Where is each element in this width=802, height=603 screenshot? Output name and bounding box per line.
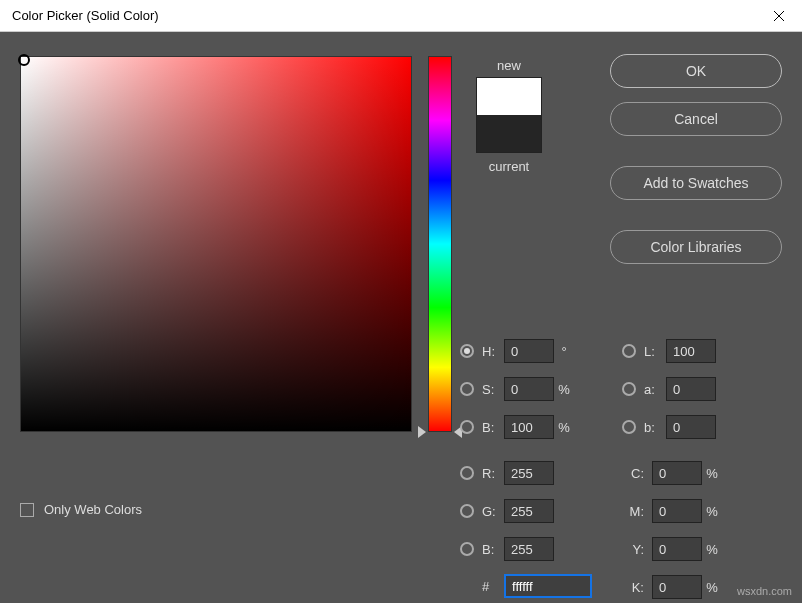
m-unit: %	[702, 504, 722, 519]
web-colors-label: Only Web Colors	[44, 502, 142, 517]
cancel-button[interactable]: Cancel	[610, 102, 782, 136]
current-color-swatch[interactable]	[477, 115, 541, 152]
b-rgb-label: B:	[482, 542, 504, 557]
close-button[interactable]	[756, 0, 802, 32]
k-label: K:	[622, 580, 644, 595]
y-unit: %	[702, 542, 722, 557]
k-unit: %	[702, 580, 722, 595]
l-label: L:	[644, 344, 666, 359]
color-libraries-button[interactable]: Color Libraries	[610, 230, 782, 264]
color-field[interactable]	[20, 56, 412, 432]
s-unit: %	[554, 382, 574, 397]
m-label: M:	[622, 504, 644, 519]
c-unit: %	[702, 466, 722, 481]
g-radio[interactable]	[460, 504, 474, 518]
add-to-swatches-button[interactable]: Add to Swatches	[610, 166, 782, 200]
b-lab-label: b:	[644, 420, 666, 435]
window-title: Color Picker (Solid Color)	[12, 8, 159, 23]
b-lab-input[interactable]	[666, 415, 716, 439]
h-input[interactable]	[504, 339, 554, 363]
y-label: Y:	[622, 542, 644, 557]
new-label: new	[497, 58, 521, 73]
hue-indicator-icon	[418, 426, 462, 438]
g-input[interactable]	[504, 499, 554, 523]
k-input[interactable]	[652, 575, 702, 599]
dialog-content: new current OK Cancel Add to Swatches Co…	[0, 32, 802, 452]
b-rgb-input[interactable]	[504, 537, 554, 561]
a-radio[interactable]	[622, 382, 636, 396]
watermark: wsxdn.com	[737, 585, 792, 597]
c-input[interactable]	[652, 461, 702, 485]
b-lab-radio[interactable]	[622, 420, 636, 434]
h-label: H:	[482, 344, 504, 359]
l-radio[interactable]	[622, 344, 636, 358]
c-label: C:	[622, 466, 644, 481]
hex-input[interactable]	[504, 574, 592, 598]
g-label: G:	[482, 504, 504, 519]
hex-label: #	[482, 579, 504, 594]
h-radio[interactable]	[460, 344, 474, 358]
s-label: S:	[482, 382, 504, 397]
h-unit: °	[554, 344, 574, 359]
b-hsb-radio[interactable]	[460, 420, 474, 434]
color-preview	[476, 77, 542, 153]
r-radio[interactable]	[460, 466, 474, 480]
current-label: current	[489, 159, 529, 174]
s-input[interactable]	[504, 377, 554, 401]
a-input[interactable]	[666, 377, 716, 401]
b-rgb-radio[interactable]	[460, 542, 474, 556]
ok-button[interactable]: OK	[610, 54, 782, 88]
l-input[interactable]	[666, 339, 716, 363]
a-label: a:	[644, 382, 666, 397]
b-hsb-input[interactable]	[504, 415, 554, 439]
close-icon	[774, 11, 784, 21]
r-label: R:	[482, 466, 504, 481]
m-input[interactable]	[652, 499, 702, 523]
web-colors-checkbox[interactable]	[20, 503, 34, 517]
y-input[interactable]	[652, 537, 702, 561]
r-input[interactable]	[504, 461, 554, 485]
titlebar: Color Picker (Solid Color)	[0, 0, 802, 32]
b-hsb-unit: %	[554, 420, 574, 435]
hue-slider[interactable]	[428, 56, 452, 432]
new-color-swatch[interactable]	[477, 78, 541, 115]
b-hsb-label: B:	[482, 420, 504, 435]
color-marker-icon	[18, 54, 30, 66]
s-radio[interactable]	[460, 382, 474, 396]
